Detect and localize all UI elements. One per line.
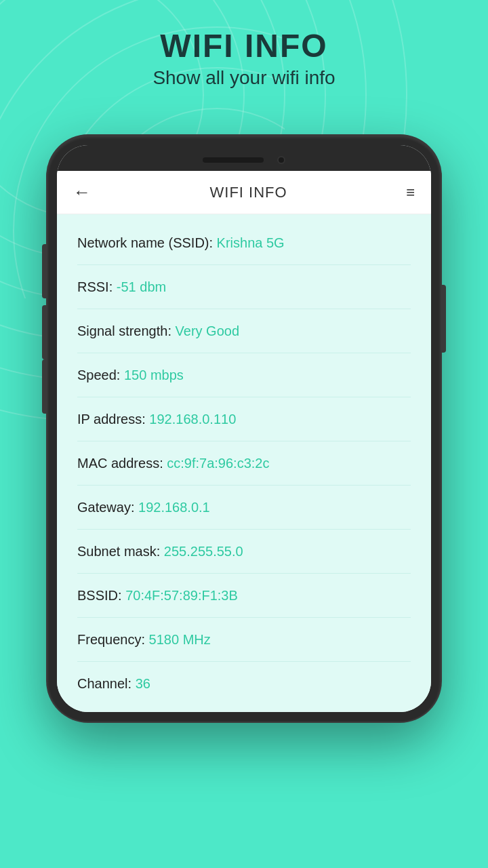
info-value: 36 bbox=[136, 676, 150, 691]
info-value: cc:9f:7a:96:c3:2c bbox=[167, 456, 269, 471]
info-value: Very Good bbox=[176, 323, 240, 338]
info-label: MAC address: bbox=[77, 456, 167, 471]
info-row: RSSI: -51 dbm bbox=[77, 265, 411, 309]
info-row: Signal strength: Very Good bbox=[77, 309, 411, 353]
info-value: Krishna 5G bbox=[217, 235, 285, 250]
info-label: Subnet mask: bbox=[77, 544, 164, 559]
info-value: -51 dbm bbox=[117, 279, 166, 294]
info-row: Speed: 150 mbps bbox=[77, 353, 411, 397]
info-label: Network name (SSID): bbox=[77, 235, 217, 250]
phone-outer-frame: ← WIFI INFO ≡ Network name (SSID): Krish… bbox=[47, 136, 441, 722]
menu-button[interactable]: ≡ bbox=[406, 184, 415, 201]
app-subtitle: Show all your wifi info bbox=[0, 67, 488, 89]
phone-speaker bbox=[203, 157, 264, 163]
info-label: RSSI: bbox=[77, 279, 117, 294]
info-row: BSSID: 70:4F:57:89:F1:3B bbox=[77, 574, 411, 618]
phone-camera bbox=[277, 156, 285, 164]
app-title: WIFI INFO bbox=[0, 28, 488, 64]
header-area: WIFI INFO Show all your wifi info bbox=[0, 0, 488, 102]
info-label: Channel: bbox=[77, 676, 136, 691]
info-label: Gateway: bbox=[77, 500, 138, 515]
wifi-info-content: Network name (SSID): Krishna 5GRSSI: -51… bbox=[57, 214, 431, 712]
app-bar-title: WIFI INFO bbox=[210, 184, 287, 201]
app-bar: ← WIFI INFO ≡ bbox=[57, 171, 431, 214]
info-label: BSSID: bbox=[77, 588, 125, 603]
info-label: Frequency: bbox=[77, 632, 149, 647]
info-row: Frequency: 5180 MHz bbox=[77, 618, 411, 662]
info-value: 150 mbps bbox=[124, 368, 184, 382]
info-row: Subnet mask: 255.255.55.0 bbox=[77, 530, 411, 574]
info-value: 255.255.55.0 bbox=[164, 544, 243, 559]
info-row: Gateway: 192.168.0.1 bbox=[77, 486, 411, 530]
info-label: IP address: bbox=[77, 412, 149, 427]
info-value: 70:4F:57:89:F1:3B bbox=[125, 588, 238, 603]
info-row: MAC address: cc:9f:7a:96:c3:2c bbox=[77, 441, 411, 486]
phone-mockup: ← WIFI INFO ≡ Network name (SSID): Krish… bbox=[47, 136, 441, 722]
info-value: 5180 MHz bbox=[149, 632, 211, 647]
back-button[interactable]: ← bbox=[73, 182, 91, 203]
info-row: Channel: 36 bbox=[77, 662, 411, 705]
info-value: 192.168.0.110 bbox=[149, 412, 236, 427]
info-value: 192.168.0.1 bbox=[138, 500, 210, 515]
info-label: Signal strength: bbox=[77, 323, 176, 338]
info-label: Speed: bbox=[77, 368, 124, 382]
info-row: IP address: 192.168.0.110 bbox=[77, 397, 411, 441]
info-row: Network name (SSID): Krishna 5G bbox=[77, 221, 411, 265]
phone-screen: ← WIFI INFO ≡ Network name (SSID): Krish… bbox=[57, 145, 431, 712]
phone-notch-area bbox=[57, 145, 431, 171]
